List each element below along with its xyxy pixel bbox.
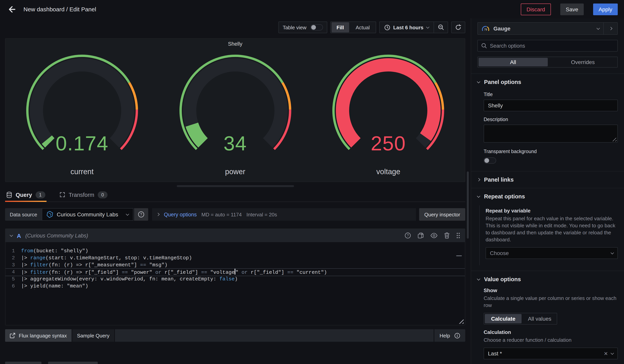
query-row-actions: ? [405,232,460,239]
query-options-link[interactable]: Query options [164,211,197,217]
chevron-down-icon [597,26,600,30]
datasource-name: Curious Community Labs [57,211,123,218]
code-line-4[interactable]: 4 |> filter(fn: (r) => r["_field"] == "p… [5,269,465,276]
all-values-option[interactable]: All values [522,313,557,324]
repeat-variable-select[interactable]: Choose [486,247,618,259]
code-line-1[interactable]: 1from(bucket: "shelly") [5,248,465,255]
back-button[interactable] [6,3,18,15]
table-view-label: Table view [283,24,306,30]
code-line-2[interactable]: 2 |> range(start: v.timeRangeStart, stop… [5,255,465,262]
panel-options-sidebar: 79 Gauge All Overrides [471,18,624,364]
query-inspector-button[interactable]: Query inspector [419,208,465,221]
overview-ruler-mark [456,255,462,256]
datasource-label: Data source [5,208,42,221]
gauge-panel[interactable]: Shelly 0.174current34power250voltage [5,38,465,182]
editor-resize-handle[interactable] [459,319,464,324]
zoom-out-button[interactable] [434,22,448,33]
tab-all[interactable]: All [479,58,547,66]
clear-icon[interactable]: ✕ [604,351,608,356]
duplicate-icon[interactable] [417,232,424,239]
trash-icon[interactable] [444,232,450,239]
refresh-button[interactable] [451,22,465,33]
search-options-input[interactable] [490,43,614,49]
panel-description-textarea[interactable] [484,125,618,142]
add-expression-button-partial[interactable] [48,362,98,364]
save-button[interactable]: Save [560,3,584,15]
calculate-allvalues-switch: Calculate All values [484,313,557,324]
chevron-down-icon [477,194,480,198]
flux-syntax-button[interactable]: Flux language syntax [5,329,72,342]
time-picker: Last 6 hours [379,22,448,33]
tab-query-label: Query [16,192,32,198]
database-icon [6,192,12,198]
query-datasource-hint: (Curious Community Labs) [26,233,88,238]
time-range-button[interactable]: Last 6 hours [379,24,434,30]
info-circle-icon[interactable] [454,333,460,339]
textarea-resize-handle[interactable] [613,137,617,141]
section-value-options[interactable]: Value options [471,271,624,287]
section-panel-options[interactable]: Panel options [471,74,624,90]
line-number: 6 [5,283,21,290]
calculation-label: Calculation [484,329,618,335]
gauge-voltage: 250voltage [312,49,465,182]
panel-title-input[interactable]: Shelly [484,100,618,111]
chevron-down-icon [611,251,614,254]
gauges: 0.174current34power250voltage [5,49,465,182]
eye-icon[interactable] [430,233,438,238]
code-line-3[interactable]: 3 |> filter(fn: (r) => r["_measurement"]… [5,262,465,269]
toggle-options-pane-button[interactable] [603,23,617,34]
drag-grip-icon[interactable] [456,232,460,239]
chevron-right-icon[interactable] [156,213,160,216]
actual-option[interactable]: Actual [351,22,375,32]
transparent-bg-toggle[interactable] [484,157,496,164]
sample-query-button[interactable]: Sample Query [72,329,114,342]
visualization-picker-button[interactable]: 79 Gauge [478,23,603,34]
svg-text:79: 79 [484,28,487,31]
add-query-button-partial[interactable] [5,362,41,364]
tab-query[interactable]: Query 1 [5,188,46,202]
calculation-value: Last * [488,350,600,357]
content-scrollbar[interactable] [467,171,469,239]
section-panel-links-title: Panel links [484,177,514,183]
section-repeat-options-title: Repeat options [484,193,525,200]
discard-button[interactable]: Discard [520,3,551,15]
section-panel-links[interactable]: Panel links [471,171,624,188]
help-button[interactable]: Help [440,333,450,339]
gauge-current: 0.174current [5,49,158,182]
apply-button[interactable]: Apply [593,3,618,15]
tab-overrides[interactable]: Overrides [548,57,617,67]
svg-text:?: ? [407,233,409,237]
visualization-picker: 79 Gauge [477,22,618,35]
svg-text:?: ? [140,212,142,216]
panel-resize-handle[interactable] [177,185,294,187]
code-line-6[interactable]: 6 |> yield(name: "mean") [5,283,465,290]
search-icon [481,43,487,48]
repeat-variable-placeholder: Choose [490,250,608,256]
gauge-viz-icon: 79 [482,25,490,31]
panel-title: Shelly [5,39,465,49]
calculate-option[interactable]: Calculate [485,314,522,323]
code-lines: 1from(bucket: "shelly")2 |> range(start:… [5,248,465,290]
title-field-label: Title [484,92,618,97]
show-description: Calculate a single value per column or s… [484,295,618,309]
calculation-description: Choose a reducer function / calculation [484,337,618,344]
datasource-picker[interactable]: Curious Community Labs [42,208,133,221]
help-circle-icon[interactable]: ? [405,232,411,239]
chevron-down-icon [611,351,614,355]
all-overrides-switch: All Overrides [477,57,618,68]
refresh-icon [455,24,461,30]
table-view-toggle[interactable] [311,24,323,30]
code-line-5[interactable]: 5 |> aggregateWindow(every: v.windowPeri… [5,276,465,283]
query-row-header[interactable]: A (Curious Community Labs) ? [5,229,465,242]
datasource-help-button[interactable]: ? [134,208,148,221]
section-repeat-options[interactable]: Repeat options [471,188,624,205]
calculation-select[interactable]: Last * ✕ [484,348,618,359]
fill-option[interactable]: Fill [332,22,349,32]
zoom-out-icon [438,24,444,30]
collapse-query-icon[interactable] [10,233,13,237]
transparent-bg-label: Transparent background [484,149,618,154]
line-number: 2 [5,255,21,262]
flux-code-editor[interactable]: 1from(bucket: "shelly")2 |> range(start:… [5,242,465,325]
tab-transform[interactable]: Transform 0 [58,188,108,202]
fill-actual-switch: Fill Actual [330,22,376,33]
